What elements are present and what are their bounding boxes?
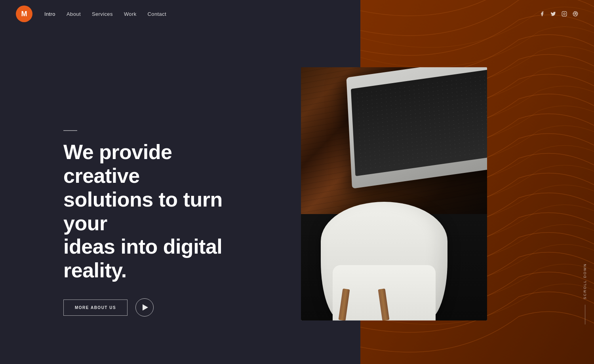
facebook-icon[interactable] bbox=[539, 11, 545, 17]
nav-link-contact[interactable]: Contact bbox=[148, 11, 167, 17]
nav-item-work[interactable]: Work bbox=[124, 10, 137, 17]
twitter-icon[interactable] bbox=[550, 11, 556, 17]
hero-title: We provide creative solutions to turn yo… bbox=[63, 140, 253, 282]
play-icon bbox=[143, 304, 148, 311]
nav-item-about[interactable]: About bbox=[67, 10, 81, 17]
hero-image bbox=[301, 67, 487, 320]
hero-divider bbox=[63, 130, 77, 131]
nav-item-services[interactable]: Services bbox=[92, 10, 113, 17]
nav-item-contact[interactable]: Contact bbox=[148, 10, 167, 17]
nav-item-intro[interactable]: Intro bbox=[44, 10, 55, 17]
nav-link-work[interactable]: Work bbox=[124, 11, 137, 17]
logo[interactable]: M bbox=[16, 6, 32, 22]
social-icons bbox=[539, 0, 594, 28]
hero-content: We provide creative solutions to turn yo… bbox=[63, 130, 253, 317]
nav-link-services[interactable]: Services bbox=[92, 11, 113, 17]
play-button[interactable] bbox=[135, 298, 154, 317]
more-about-button[interactable]: MORE ABOUT US bbox=[63, 300, 128, 316]
svg-rect-1 bbox=[562, 11, 567, 16]
dribbble-icon[interactable] bbox=[573, 11, 578, 17]
scroll-down-label: SCROLL DOWN bbox=[583, 263, 587, 299]
nav-link-about[interactable]: About bbox=[67, 11, 81, 17]
navbar: M Intro About Services Work Contact bbox=[0, 0, 360, 28]
scroll-line bbox=[585, 305, 585, 324]
nav-link-intro[interactable]: Intro bbox=[44, 11, 55, 17]
hero-buttons: MORE ABOUT US bbox=[63, 298, 253, 317]
nav-links: Intro About Services Work Contact bbox=[44, 10, 166, 17]
instagram-icon[interactable] bbox=[562, 11, 567, 17]
scroll-down: SCROLL DOWN bbox=[583, 263, 587, 324]
